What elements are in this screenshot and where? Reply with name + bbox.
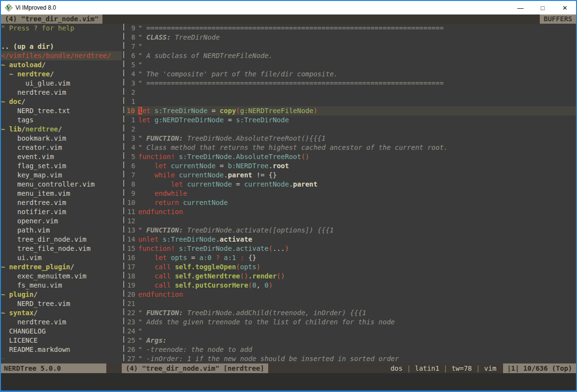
code-line[interactable]: 5function! s:TreeDirNode.AbsoluteTreeRoo… xyxy=(126,152,576,161)
code-line[interactable]: 7 while currentNode.parent != {} xyxy=(126,171,576,180)
code-line[interactable]: 18 call self.getNerdtree().render() xyxy=(126,272,576,281)
code-line[interactable]: 19 call self.putCursorHere(0, 0) xyxy=(126,281,576,290)
tree-item[interactable]: opener.vim xyxy=(1,217,122,226)
code-line[interactable]: 8 let currentNode = currentNode.parent xyxy=(126,180,576,189)
code-line[interactable]: 7" xyxy=(126,42,576,51)
code-line[interactable]: 17 call self.toggleOpen(opts) xyxy=(126,262,576,272)
code-line-text: " Class method that returns the highest … xyxy=(138,143,576,152)
tree-item[interactable]: ~ plugin/ xyxy=(1,290,122,299)
file-format-info: dos | latin1 | tw=78 | vim xyxy=(390,363,496,373)
code-line[interactable]: 6 let currentNode = b:NERDTree.root xyxy=(126,161,576,171)
code-line[interactable]: 11endfunction xyxy=(126,207,576,217)
tab-tree-dir-node[interactable]: (4) "tree_dir_node.vim" xyxy=(1,15,102,24)
code-line[interactable]: 27" -inOrder: 1 if the new node should b… xyxy=(126,354,576,363)
code-line[interactable]: 15function! s:TreeDirNode.activate(...) xyxy=(126,244,576,253)
tree-item[interactable]: ~ syntax/ xyxy=(1,308,122,318)
code-line[interactable]: 20endfunction xyxy=(126,290,576,299)
tree-item[interactable]: path.vim xyxy=(1,226,122,235)
code-line[interactable]: 2 xyxy=(126,125,576,134)
tree-item[interactable]: tree_file_node.vim xyxy=(1,244,122,253)
tree-item-label: creator.vim xyxy=(1,144,62,151)
tree-item[interactable]: bookmark.vim xyxy=(1,134,122,143)
tree-item[interactable]: event.vim xyxy=(1,152,122,161)
command-line[interactable] xyxy=(1,373,576,391)
code-line[interactable]: 9 endwhile xyxy=(126,189,576,198)
code-line[interactable]: 2 xyxy=(126,88,576,97)
tree-item[interactable]: README.markdown xyxy=(1,345,122,354)
tree-item[interactable]: ~ xyxy=(1,354,122,363)
tree-item-label: ~ autoload xyxy=(1,61,42,69)
line-number: 14 xyxy=(126,235,138,244)
code-line-text: endfunction xyxy=(138,290,576,299)
code-line[interactable]: 14unlet s:TreeDirNode.activate xyxy=(126,235,576,244)
code-line[interactable]: 22" FUNCTION: TreeDirNode.addChild(treen… xyxy=(126,308,576,318)
tree-item[interactable]: tags xyxy=(1,116,122,125)
code-line-current[interactable]: 10let s:TreeDirNode = copy(g:NERDTreeFil… xyxy=(126,106,576,116)
tree-item[interactable]: nerdtree.vim xyxy=(1,318,122,327)
line-number: 23 xyxy=(126,318,138,327)
statusline-spacer xyxy=(268,363,390,373)
code-line[interactable]: 1 xyxy=(126,97,576,106)
tree-item-label: ~ nerdtree_plugin xyxy=(1,263,70,271)
tree-item[interactable]: exec_menuitem.vim xyxy=(1,272,122,281)
code-line[interactable]: 25" Args: xyxy=(126,336,576,345)
code-line[interactable]: 3" =====================================… xyxy=(126,79,576,88)
maximize-button[interactable]: □ xyxy=(532,1,554,15)
code-line-text: " ======================================… xyxy=(138,79,576,88)
code-line[interactable]: 5" xyxy=(126,60,576,70)
tree-item[interactable]: ~ doc/ xyxy=(1,97,122,106)
tree-item[interactable]: fs_menu.vim xyxy=(1,281,122,290)
code-line-text: call self.putCursorHere(0, 0) xyxy=(138,281,576,290)
tree-item[interactable]: " Press ? for help xyxy=(1,24,122,33)
tree-item[interactable]: ui_glue.vim xyxy=(1,79,122,88)
minimize-button[interactable]: — xyxy=(509,1,532,15)
tree-item[interactable]: ~ nerdtree/ xyxy=(1,70,122,79)
code-line[interactable]: 12 xyxy=(126,217,576,226)
tree-item[interactable]: tree_dir_node.vim xyxy=(1,235,122,244)
tree-item[interactable]: flag_set.vim xyxy=(1,161,122,171)
tree-item[interactable]: CHANGELOG xyxy=(1,327,122,336)
statusline-separator: | xyxy=(439,364,451,372)
tree-item[interactable]: key_map.vim xyxy=(1,171,122,180)
code-line[interactable]: 6" A subclass of NERDTreeFileNode. xyxy=(126,51,576,60)
code-line[interactable]: 16 let opts = a:0 ? a:1 : {} xyxy=(126,253,576,262)
tree-item[interactable]: ~ lib/nerdtree/ xyxy=(1,125,122,134)
tree-item[interactable]: LICENCE xyxy=(1,336,122,345)
tree-item[interactable]: notifier.vim xyxy=(1,207,122,217)
tree-item[interactable]: NERD_tree.vim xyxy=(1,299,122,308)
close-button[interactable]: ✕ xyxy=(554,1,576,15)
tree-item[interactable] xyxy=(1,33,122,42)
code-line[interactable]: 23" Adds the given treenode to the list … xyxy=(126,318,576,327)
tree-item-selected[interactable]: </vimfiles/bundle/nerdtree/ xyxy=(1,51,122,60)
code-line[interactable]: 10 return currentNode xyxy=(126,198,576,207)
tree-item[interactable]: menu_controller.vim xyxy=(1,180,122,189)
code-line[interactable]: 4" The 'composite' part of the file/dir … xyxy=(126,70,576,79)
vim-window: Vi IMproved 8.0 — □ ✕ (4) "tree_dir_node… xyxy=(0,0,577,392)
tree-item-label: path.vim xyxy=(1,226,50,234)
code-line[interactable]: 21 xyxy=(126,299,576,308)
code-line[interactable]: 26" -treenode: the node to add xyxy=(126,345,576,354)
tree-item[interactable]: nerdtree.vim xyxy=(1,198,122,207)
tree-item[interactable]: ~ autoload/ xyxy=(1,60,122,70)
tree-item[interactable]: .. (up a dir) xyxy=(1,42,122,51)
code-line-text xyxy=(138,125,576,134)
code-line[interactable]: 13" FUNCTION: TreeDirNode.activate([opti… xyxy=(126,226,576,235)
window-split-separator[interactable] xyxy=(122,24,126,363)
tree-item[interactable]: ui.vim xyxy=(1,253,122,262)
code-line[interactable]: 9" =====================================… xyxy=(126,24,576,33)
tree-item-label: / xyxy=(50,70,54,78)
code-line[interactable]: 4" Class method that returns the highest… xyxy=(126,143,576,152)
code-line[interactable]: 8" CLASS: TreeDirNode xyxy=(126,33,576,42)
tree-item[interactable]: nerdtree.vim xyxy=(1,88,122,97)
cursor-position-badge: |1| 10/636 (Top) xyxy=(503,363,576,373)
code-line[interactable]: 24" xyxy=(126,327,576,336)
code-line[interactable]: 1let g:NERDTreeDirNode = s:TreeDirNode xyxy=(126,116,576,125)
code-line[interactable]: 3" FUNCTION: TreeDirNode.AbsoluteTreeRoo… xyxy=(126,134,576,143)
tree-item[interactable]: creator.vim xyxy=(1,143,122,152)
tree-item-label: ~ xyxy=(1,355,5,363)
tree-item[interactable]: ~ nerdtree_plugin/ xyxy=(1,262,122,272)
tree-item[interactable]: menu_item.vim xyxy=(1,189,122,198)
line-number: 8 xyxy=(126,33,138,42)
line-number: 3 xyxy=(126,79,138,88)
tree-item[interactable]: NERD_tree.txt xyxy=(1,106,122,116)
